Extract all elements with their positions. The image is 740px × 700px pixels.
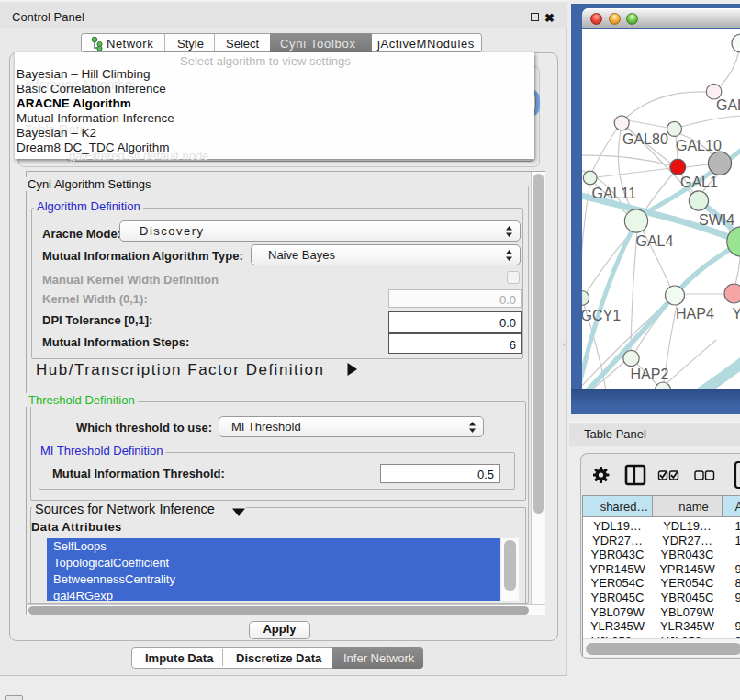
svg-text:GAL80: GAL80	[622, 131, 668, 147]
svg-text:GCY1: GCY1	[582, 308, 621, 323]
svg-text:GAL7: GAL7	[716, 97, 740, 113]
svg-text:Y: Y	[733, 306, 740, 322]
svg-text:HAP2: HAP2	[631, 367, 669, 382]
svg-text:HAP4: HAP4	[676, 306, 714, 322]
svg-text:GAL11: GAL11	[592, 186, 637, 201]
svg-text:SWI4: SWI4	[699, 212, 734, 228]
svg-text:GAL1: GAL1	[680, 175, 718, 190]
svg-text:GAL4: GAL4	[636, 233, 674, 249]
svg-text:GAL10: GAL10	[676, 138, 722, 153]
